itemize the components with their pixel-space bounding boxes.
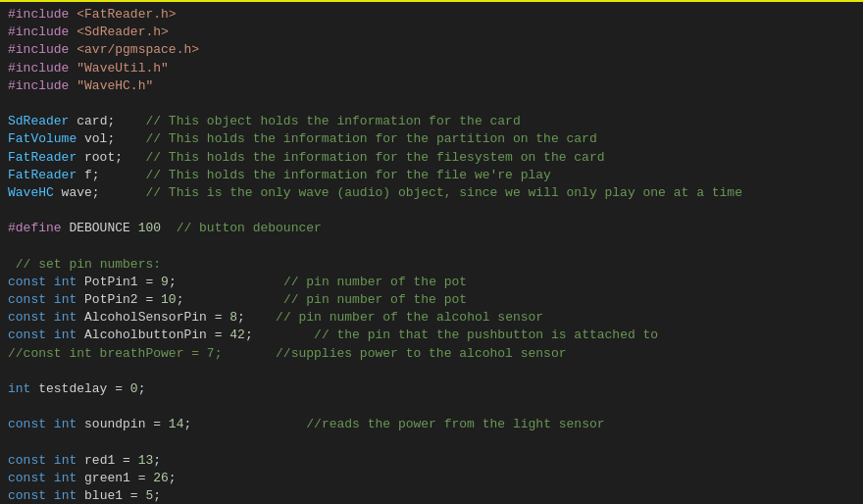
code-block: #include <FatReader.h> #include <SdReade…	[0, 4, 863, 504]
code-container: #include <FatReader.h> #include <SdReade…	[0, 0, 863, 504]
top-border	[0, 0, 863, 2]
line-1: #include <FatReader.h> #include <SdReade…	[8, 7, 742, 504]
